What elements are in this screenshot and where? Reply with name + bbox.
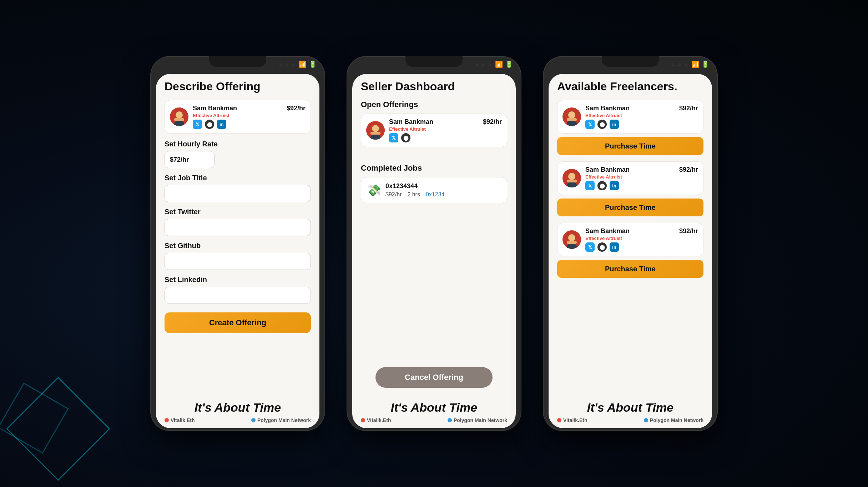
- twitter-icon-1[interactable]: 𝕏: [585, 120, 595, 129]
- social-icons-3: 𝕏 ⬤ in: [585, 242, 698, 252]
- footer-status: Vitalik.Eth Polygon Main Network: [557, 417, 703, 423]
- freelancer-card-1: Sam Bankman $92/hr Effective Altruist 𝕏 …: [557, 100, 703, 155]
- profile-rate-2: $92/hr: [679, 166, 698, 174]
- network-label: Polygon Main Network: [644, 417, 703, 423]
- signal-icon: ▲▲▲: [278, 61, 297, 68]
- twitter-label: Set Twitter: [165, 208, 311, 216]
- profile-rate-text: $92/hr: [287, 105, 306, 112]
- screen-describe-offering: Describe Offering Sam Bankman $92/hr: [156, 74, 319, 428]
- create-offering-button[interactable]: Create Offering: [165, 312, 311, 333]
- status-icons: ▲▲▲ 📶 🔋: [278, 60, 317, 68]
- profile-title: Effective Altruist: [193, 113, 306, 118]
- screen-seller-dashboard: Seller Dashboard Open Offerings Sam Bank…: [352, 74, 516, 428]
- social-icons: 𝕏 ⬤: [389, 133, 502, 142]
- profile-name-text: Sam Bankman: [193, 105, 237, 112]
- app-tagline: It's About Time: [391, 401, 477, 415]
- wifi-icon: 📶: [299, 60, 307, 68]
- svg-point-1: [176, 111, 183, 119]
- wallet-dot: [361, 418, 365, 422]
- wallet-label: Vitalik.Eth: [361, 417, 391, 423]
- svg-rect-15: [567, 180, 577, 182]
- wallet-label: Vitalik.Eth: [557, 417, 587, 423]
- profile-rate-text: $92/hr: [483, 118, 502, 126]
- phone-notch: [405, 56, 463, 67]
- wallet-dot: [557, 418, 561, 422]
- profile-info-1: Sam Bankman $92/hr Effective Altruist 𝕏 …: [585, 105, 698, 129]
- job-title-label: Set Job Title: [165, 174, 311, 182]
- twitter-icon[interactable]: 𝕏: [389, 133, 398, 142]
- signal-icon: ▲▲▲: [670, 61, 689, 68]
- job-meta: $92/hr 2 hrs 0x1234..: [385, 191, 501, 198]
- app-tagline: It's About Time: [195, 401, 281, 415]
- avatar-2: [562, 169, 581, 187]
- profile-rate-3: $92/hr: [679, 227, 698, 235]
- github-icon-2[interactable]: ⬤: [597, 181, 607, 190]
- wallet-label: Vitalik.Eth: [165, 417, 195, 423]
- hourly-rate-input[interactable]: [165, 151, 215, 168]
- screen-content: Describe Offering Sam Bankman $92/hr: [156, 74, 319, 398]
- profile-title-1: Effective Altruist: [585, 113, 698, 118]
- screen-available-freelancers: Available Freelancers. Sam Ban: [549, 74, 712, 428]
- purchase-time-button-3[interactable]: Purchase Time: [557, 260, 703, 278]
- profile-info-3: Sam Bankman $92/hr Effective Altruist 𝕏 …: [585, 227, 698, 252]
- github-input[interactable]: [165, 253, 311, 270]
- battery-icon: 🔋: [701, 60, 709, 68]
- freelancer-profile-1: Sam Bankman $92/hr Effective Altruist 𝕏 …: [557, 100, 703, 134]
- github-icon-1[interactable]: ⬤: [597, 120, 607, 129]
- job-title-input[interactable]: [165, 185, 311, 202]
- svg-rect-3: [174, 118, 184, 121]
- profile-info: Sam Bankman $92/hr Effective Altruist 𝕏 …: [193, 105, 306, 129]
- linkedin-input[interactable]: [165, 287, 311, 304]
- twitter-icon[interactable]: 𝕏: [193, 120, 202, 129]
- network-dot: [251, 418, 256, 422]
- signal-icon: ▲▲▲: [474, 61, 493, 68]
- twitter-input[interactable]: [165, 219, 311, 236]
- job-time: 2 hrs: [407, 191, 420, 198]
- freelancer-profile-3: Sam Bankman $92/hr Effective Altruist 𝕏 …: [557, 223, 703, 256]
- github-icon[interactable]: ⬤: [205, 120, 214, 129]
- network-dot: [644, 418, 648, 422]
- footer-status: Vitalik.Eth Polygon Main Network: [165, 417, 311, 423]
- job-icon: 💸: [367, 184, 381, 197]
- cancel-offering-button[interactable]: Cancel Offering: [375, 367, 493, 388]
- profile-name-row-1: Sam Bankman $92/hr: [585, 105, 698, 112]
- screen-footer: It's About Time Vitalik.Eth Polygon Main…: [549, 398, 712, 428]
- app-tagline: It's About Time: [587, 401, 673, 415]
- github-icon-3[interactable]: ⬤: [597, 242, 607, 252]
- svg-point-5: [372, 125, 379, 132]
- screen-content: Seller Dashboard Open Offerings Sam Bank…: [352, 74, 516, 398]
- linkedin-icon-2[interactable]: in: [610, 181, 619, 190]
- network-label: Polygon Main Network: [448, 417, 507, 423]
- purchase-time-button-2[interactable]: Purchase Time: [557, 199, 703, 216]
- job-hash: 0x1234344: [385, 182, 501, 190]
- linkedin-icon[interactable]: in: [217, 120, 226, 129]
- profile-info-2: Sam Bankman $92/hr Effective Altruist 𝕏 …: [585, 166, 698, 190]
- linkedin-icon-1[interactable]: in: [610, 120, 619, 129]
- open-offering-card: Sam Bankman $92/hr Effective Altruist 𝕏 …: [361, 114, 507, 147]
- footer-status: Vitalik.Eth Polygon Main Network: [361, 417, 507, 423]
- job-card: 💸 0x1234344 $92/hr 2 hrs 0x1234..: [361, 177, 507, 203]
- github-icon[interactable]: ⬤: [401, 133, 410, 142]
- profile-title-3: Effective Altruist: [585, 236, 698, 241]
- twitter-icon-3[interactable]: 𝕏: [585, 242, 595, 252]
- job-address: 0x1234..: [426, 191, 448, 198]
- phone-available-freelancers: ▲▲▲ 📶 🔋 Available Freelancers.: [543, 56, 718, 431]
- linkedin-icon-3[interactable]: in: [610, 242, 619, 252]
- screen-footer: It's About Time Vitalik.Eth Polygon Main…: [156, 398, 319, 428]
- profile-name-row: Sam Bankman $92/hr: [389, 118, 502, 126]
- profile-name-3: Sam Bankman: [585, 227, 630, 235]
- network-label: Polygon Main Network: [251, 417, 311, 423]
- profile-name-row-2: Sam Bankman $92/hr: [585, 166, 698, 174]
- svg-point-9: [568, 111, 575, 119]
- twitter-icon-2[interactable]: 𝕏: [585, 181, 595, 190]
- completed-jobs-label: Completed Jobs: [361, 164, 507, 173]
- phone-describe-offering: ▲▲▲ 📶 🔋 Describe Offering: [150, 56, 325, 431]
- purchase-time-button-1[interactable]: Purchase Time: [557, 137, 703, 155]
- social-icons-1: 𝕏 ⬤ in: [585, 120, 698, 129]
- social-icons: 𝕏 ⬤ in: [193, 120, 306, 129]
- profile-name-1: Sam Bankman: [585, 105, 630, 112]
- screen-footer: It's About Time Vitalik.Eth Polygon Main…: [352, 398, 516, 428]
- profile-name-row: Sam Bankman $92/hr: [193, 105, 306, 112]
- network-dot: [448, 418, 452, 422]
- profile-rate-1: $92/hr: [679, 105, 698, 112]
